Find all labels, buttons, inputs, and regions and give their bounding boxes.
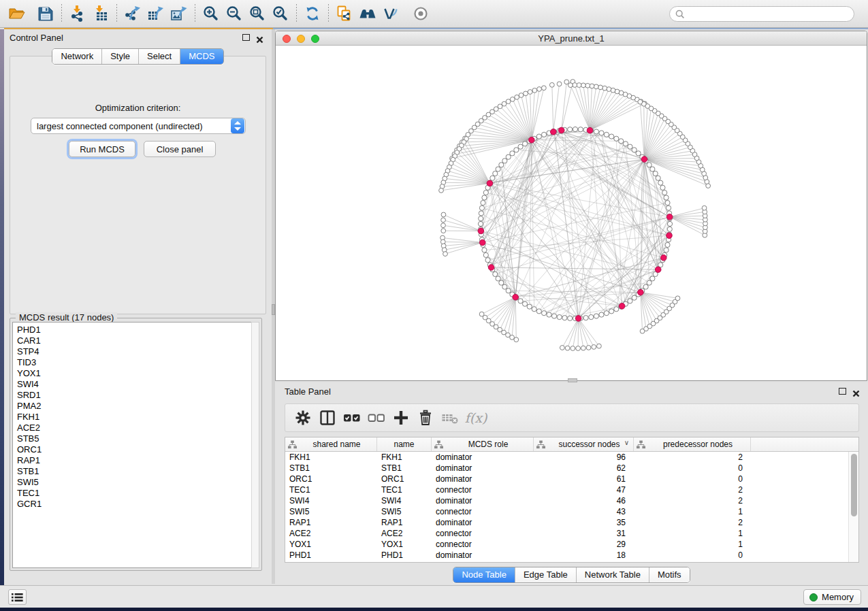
column-header-name[interactable]: name (377, 437, 432, 451)
export-table-icon[interactable] (144, 3, 167, 24)
network-view-window: YPA_prune.txt_1 (275, 31, 867, 381)
close-panel-icon[interactable] (852, 388, 860, 395)
table-row[interactable]: PHD1PHD1dominator180 (285, 550, 848, 561)
table-row[interactable]: ORC1ORC1dominator610 (285, 474, 848, 484)
zoom-selected-icon[interactable] (269, 3, 292, 24)
cell-shared-name: SWI5 (285, 506, 377, 517)
column-header-predecessor-nodes[interactable]: predecessor nodes (634, 437, 751, 451)
float-panel-icon[interactable] (242, 34, 250, 41)
close-panel-icon[interactable] (256, 34, 263, 42)
cell-name: RAP1 (377, 517, 432, 528)
cell-MCDS-role: dominator (432, 495, 534, 506)
memory-button[interactable]: Memory (803, 589, 861, 605)
refresh-layout-icon[interactable] (301, 3, 324, 24)
tab-motifs[interactable]: Motifs (649, 567, 690, 582)
table-row[interactable]: STB1STB1dominator620 (285, 463, 848, 474)
cell-shared-name: TEC1 (285, 484, 377, 495)
cell-shared-name: ORC1 (285, 474, 377, 484)
table-row[interactable]: SWI4SWI4dominator462 (285, 495, 848, 506)
tab-node-table[interactable]: Node Table (453, 567, 515, 582)
select-all-icon[interactable] (340, 406, 364, 430)
table-row[interactable]: ACE2ACE2connector311 (285, 528, 848, 539)
network-window-titlebar[interactable]: YPA_prune.txt_1 (276, 31, 867, 46)
toolbar-separator (296, 4, 297, 23)
mcds-node-item[interactable]: GCR1 (17, 499, 251, 510)
mcds-tab-content: Optimization criterion: largest connecte… (10, 56, 266, 314)
cell-shared-name: STB1 (285, 463, 377, 474)
close-panel-button[interactable]: Close panel (144, 141, 216, 157)
column-header-successor-nodes[interactable]: successor nodes∨ (534, 437, 634, 451)
mcds-node-item[interactable]: STP4 (17, 346, 251, 357)
zoom-in-icon[interactable] (199, 3, 223, 24)
tab-style[interactable]: Style (102, 49, 139, 64)
delete-column-icon[interactable] (413, 406, 438, 430)
network-canvas[interactable] (276, 46, 867, 381)
toolbar-separator (61, 4, 62, 23)
show-graphics-details-icon[interactable] (409, 3, 432, 24)
add-column-icon[interactable] (389, 406, 413, 430)
column-header-MCDS-role[interactable]: MCDS role (432, 437, 534, 451)
clone-network-icon[interactable] (333, 3, 356, 24)
mcds-node-item[interactable]: SWI4 (17, 379, 251, 390)
zoom-out-icon[interactable] (223, 3, 246, 24)
mcds-node-item[interactable]: ORC1 (17, 444, 251, 455)
scrollbar-thumb[interactable] (851, 454, 857, 516)
float-panel-icon[interactable] (839, 388, 846, 395)
sort-desc-icon: ∨ (624, 439, 629, 446)
mcds-node-item[interactable]: STB1 (17, 466, 251, 477)
selected-criterion: largest connected component (undirected) (31, 121, 231, 131)
control-panel: Control Panel NetworkStyleSelectMCDS Opt… (4, 29, 272, 584)
mcds-node-item[interactable]: CAR1 (17, 335, 251, 346)
tab-select[interactable]: Select (139, 49, 180, 64)
mcds-node-item[interactable]: YOX1 (17, 368, 251, 379)
run-mcds-button[interactable]: Run MCDS (69, 141, 135, 157)
tab-mcds[interactable]: MCDS (180, 49, 223, 64)
table-row[interactable]: RAP1RAP1dominator352 (285, 517, 848, 528)
optimization-criterion-select[interactable]: largest connected component (undirected) (31, 118, 246, 134)
table-row[interactable]: YOX1YOX1connector291 (285, 539, 848, 550)
mcds-node-item[interactable]: PHD1 (17, 325, 251, 335)
tab-network-table[interactable]: Network Table (577, 567, 649, 582)
mcds-result-list[interactable]: PHD1CAR1STP4TID3YOX1SWI4SRD1PMA2FKH1ACE2… (12, 322, 252, 568)
column-header-shared-name[interactable]: shared name (285, 437, 377, 451)
mcds-node-item[interactable]: STB5 (17, 433, 251, 444)
table-row[interactable]: FKH1FKH1dominator962 (285, 452, 848, 463)
table-scrollbar[interactable] (848, 452, 858, 562)
save-session-icon[interactable] (34, 3, 57, 24)
mcds-node-item[interactable]: RAP1 (17, 455, 251, 466)
mcds-node-item[interactable]: TID3 (17, 357, 251, 368)
deselect-all-icon[interactable] (364, 406, 389, 430)
search-network-icon[interactable] (356, 3, 379, 24)
search-input[interactable] (686, 7, 854, 20)
zoom-fit-icon[interactable] (246, 3, 269, 24)
application-window: Control Panel NetworkStyleSelectMCDS Opt… (0, 0, 868, 608)
column-type-icon (637, 440, 645, 449)
split-columns-icon[interactable] (315, 406, 340, 430)
export-network-icon[interactable] (121, 3, 144, 24)
mcds-node-item[interactable]: ACE2 (17, 423, 251, 433)
export-image-icon[interactable] (167, 3, 191, 24)
first-neighbors-icon[interactable] (379, 3, 402, 24)
mcds-node-item[interactable]: FKH1 (17, 412, 251, 423)
table-row[interactable]: TEC1TEC1connector472 (285, 484, 848, 495)
settings-icon[interactable] (291, 406, 315, 430)
tab-network[interactable]: Network (52, 49, 102, 64)
mcds-node-item[interactable]: PMA2 (17, 401, 251, 412)
control-panel-title: Control Panel (10, 33, 63, 43)
cell-predecessor-nodes: 2 (634, 517, 751, 528)
cell-successor-nodes: 35 (534, 517, 634, 528)
mcds-list-scrollbar[interactable] (251, 322, 259, 568)
mcds-node-item[interactable]: SRD1 (17, 390, 251, 401)
open-folder-icon[interactable] (5, 3, 29, 24)
cell-name: SWI5 (377, 506, 432, 517)
tab-edge-table[interactable]: Edge Table (515, 567, 577, 582)
import-network-icon[interactable] (66, 3, 89, 24)
cell-successor-nodes: 62 (534, 463, 634, 474)
mcds-node-item[interactable]: TEC1 (17, 488, 251, 499)
task-history-button[interactable] (8, 589, 27, 605)
table-row[interactable]: SWI5SWI5connector431 (285, 506, 848, 517)
search-box[interactable] (669, 6, 854, 22)
panel-splitter-horizontal[interactable] (568, 378, 577, 382)
mcds-node-item[interactable]: SWI5 (17, 477, 251, 488)
import-table-icon[interactable] (89, 3, 112, 24)
